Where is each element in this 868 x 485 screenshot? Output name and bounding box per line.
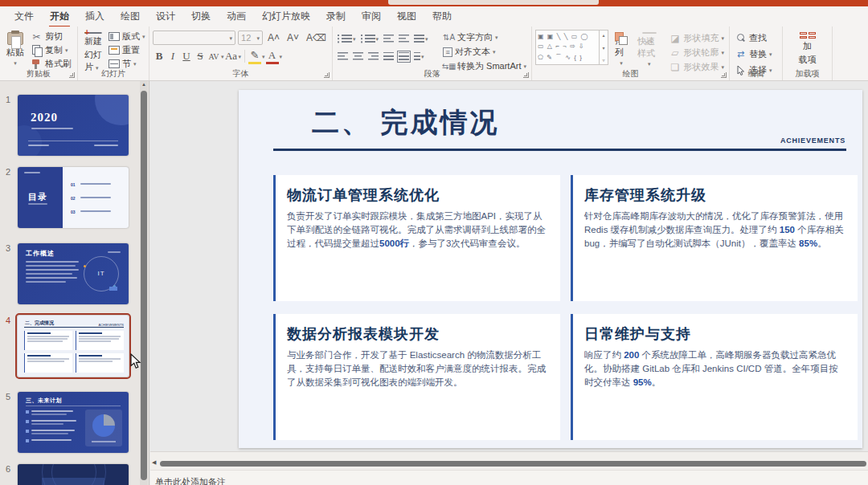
- dialog-launcher-icon[interactable]: [721, 72, 727, 78]
- card-inventory-system[interactable]: 库存管理系统升级 针对仓库高峰期库存波动大的情况，优化了库存预警算法，使用 Re…: [571, 175, 858, 301]
- increase-indent-button[interactable]: [397, 33, 411, 45]
- dialog-launcher-icon[interactable]: [324, 72, 330, 78]
- slide-thumbnail-5[interactable]: 三、未来计划: [18, 392, 129, 453]
- workspace: 1 2020 2 目录 01 02 03 3 工作概述: [0, 81, 868, 485]
- scroll-left-icon[interactable]: ◀: [152, 459, 156, 466]
- text-highlight-button[interactable]: ✎: [248, 49, 261, 64]
- tab-slideshow[interactable]: 幻灯片放映: [254, 6, 318, 27]
- group-label-slides: 幻灯片: [78, 68, 149, 79]
- align-right-button[interactable]: [366, 51, 380, 63]
- quick-styles-icon: [642, 32, 657, 34]
- clear-formatting-button[interactable]: A⌫: [304, 31, 329, 44]
- quick-styles-button[interactable]: 快速样式 ▾: [634, 30, 664, 68]
- font-size-select[interactable]: 12▾: [238, 31, 263, 45]
- tab-help[interactable]: 帮助: [424, 6, 460, 27]
- slide-title[interactable]: 二、 完成情况: [312, 104, 500, 141]
- search-box[interactable]: [388, 0, 599, 5]
- text-direction-button[interactable]: ⇅A文字方向▾: [441, 31, 528, 43]
- scissors-icon: [31, 31, 43, 43]
- shapes-gallery-scroll[interactable]: ▴▾▿: [600, 30, 608, 65]
- slide-thumbnail-1[interactable]: 2020: [18, 95, 129, 156]
- shape-outline-icon: [669, 47, 681, 59]
- columns-button[interactable]: ▾: [412, 51, 426, 63]
- notes-pane[interactable]: 单击此处添加备注: [150, 470, 868, 485]
- thumb3-badge: IT: [84, 270, 118, 277]
- reset-icon: [108, 46, 120, 55]
- tab-draw[interactable]: 绘图: [113, 6, 148, 27]
- cut-button[interactable]: 剪切: [29, 30, 73, 43]
- align-left-button[interactable]: [336, 51, 350, 63]
- shape-outline-button[interactable]: 形状轮廓▾: [667, 47, 726, 59]
- paste-button[interactable]: 粘贴 ▾: [3, 30, 27, 68]
- horizontal-scrollbar[interactable]: ◀: [150, 451, 868, 470]
- slide-thumbnail-4-selected[interactable]: 二、完成情况 ACHIEVEMENTS: [18, 316, 129, 377]
- slide-thumbnail-2[interactable]: 目录 01 02 03: [18, 167, 129, 228]
- shape-fill-button[interactable]: 形状填充▾: [667, 32, 726, 44]
- card-data-analysis-module[interactable]: 数据分析报表模块开发 与业务部门合作，开发了基于 Elasticsearch 的…: [273, 314, 560, 440]
- align-center-button[interactable]: [351, 51, 365, 63]
- justify-button[interactable]: [382, 51, 395, 63]
- current-slide[interactable]: 二、 完成情况 ACHIEVEMENTS 物流订单管理系统优化 负责开发了订单实…: [239, 90, 862, 448]
- shapes-gallery[interactable]: ▣ ▣ ╲ ╲ ▭ ◯ ▭ △ ⌐ ¬ ⇨ ⇩ ⬠ ✎ ⌒ ∿ { }: [535, 30, 600, 65]
- decrease-indent-button[interactable]: [382, 33, 395, 45]
- scrollbar-thumb[interactable]: [141, 91, 147, 480]
- font-color-button[interactable]: A: [266, 49, 279, 64]
- shape-fill-icon: [669, 32, 681, 44]
- notes-placeholder[interactable]: 单击此处添加备注: [155, 477, 226, 485]
- find-button[interactable]: 查找: [733, 31, 779, 45]
- bold-button[interactable]: B: [153, 50, 166, 63]
- scrollbar-thumb[interactable]: [160, 461, 866, 467]
- distribute-button[interactable]: [397, 51, 411, 63]
- tab-record[interactable]: 录制: [318, 6, 354, 27]
- dialog-launcher-icon[interactable]: [69, 72, 75, 78]
- italic-button[interactable]: I: [166, 50, 179, 63]
- numbering-button[interactable]: ▾: [359, 33, 381, 45]
- copy-button[interactable]: 复制▾: [29, 43, 73, 57]
- group-clipboard: 粘贴 ▾ 剪切 复制▾ 格式刷 剪贴板: [0, 26, 78, 80]
- font-name-select[interactable]: ▾: [153, 31, 235, 45]
- card-body: 针对仓库高峰期库存波动大的情况，优化了库存预警算法，使用 Redis 缓存机制减…: [584, 210, 845, 251]
- tab-home[interactable]: 开始: [42, 6, 77, 27]
- scroll-up-icon[interactable]: ▲: [140, 82, 148, 87]
- character-spacing-button[interactable]: AV: [207, 52, 220, 61]
- card-title: 数据分析报表模块开发: [287, 324, 548, 344]
- line-spacing-button[interactable]: ▾: [412, 33, 430, 45]
- arrange-button[interactable]: 排列 ▾: [612, 30, 631, 68]
- grow-font-button[interactable]: A˄: [265, 31, 282, 44]
- scroll-down-icon: ▾: [602, 45, 604, 51]
- tab-insert[interactable]: 插入: [77, 6, 113, 27]
- toc-item: 01: [71, 182, 76, 187]
- slide-thumbnail-6[interactable]: [18, 464, 129, 485]
- layout-button[interactable]: 版式▾: [107, 30, 147, 43]
- replace-icon: [735, 48, 747, 60]
- replace-button[interactable]: 替换▾: [733, 47, 779, 61]
- thumbnail-scrollbar[interactable]: ▲: [140, 81, 148, 485]
- slide-thumbnail-panel: 1 2020 2 目录 01 02 03 3 工作概述: [0, 81, 149, 485]
- slide-thumbnail-3[interactable]: 工作概述 IT: [18, 243, 129, 304]
- shapes-row: ⬠ ✎ ⌒ ∿ { }: [538, 53, 597, 62]
- tab-file[interactable]: 文件: [6, 6, 42, 27]
- slide-eyebrow[interactable]: ACHIEVEMENTS: [780, 137, 845, 145]
- align-text-button[interactable]: ≡对齐文本▾: [441, 46, 528, 58]
- tab-design[interactable]: 设计: [148, 6, 183, 27]
- align-left-icon: [338, 52, 348, 61]
- reset-button[interactable]: 重置: [107, 43, 147, 57]
- card-logistics-order-system[interactable]: 物流订单管理系统优化 负责开发了订单实时跟踪模块，集成第三方地图API，实现了从…: [273, 175, 560, 301]
- strikethrough-button[interactable]: S: [194, 50, 207, 63]
- chevron-down-icon: ▾: [280, 54, 283, 59]
- card-daily-maintenance[interactable]: 日常维护与支持 响应了约 200 个系统故障工单，高峰期服务器负载过高紧急优化。…: [571, 314, 858, 440]
- underline-button[interactable]: U: [180, 50, 193, 63]
- copy-icon: [31, 44, 43, 56]
- addins-button[interactable]: 加 载项: [796, 30, 820, 68]
- chevron-down-icon: ▾: [14, 60, 17, 66]
- chevron-down-icon: ▾: [421, 54, 424, 59]
- tab-review[interactable]: 审阅: [354, 6, 389, 27]
- new-slide-button[interactable]: 新建 幻灯片 ▾: [81, 30, 105, 68]
- change-case-button[interactable]: Aa: [225, 50, 238, 63]
- tab-view[interactable]: 视图: [389, 6, 424, 27]
- shrink-font-button[interactable]: A˅: [285, 31, 301, 44]
- dialog-launcher-icon[interactable]: [523, 72, 529, 78]
- bullets-button[interactable]: ▾: [336, 33, 358, 45]
- tab-animations[interactable]: 动画: [219, 6, 254, 27]
- tab-transitions[interactable]: 切换: [183, 6, 219, 27]
